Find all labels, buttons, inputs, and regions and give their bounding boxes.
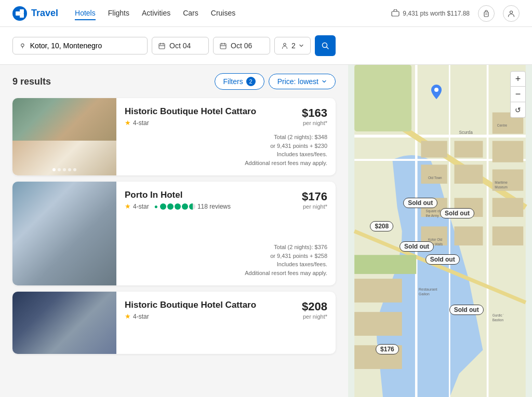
- hotel-name: Historic Boutique Hotel Cattaro: [125, 300, 256, 310]
- svg-point-7: [21, 44, 24, 46]
- hotel-price-block: $176 per night*: [302, 190, 327, 210]
- map-zoom-out[interactable]: −: [510, 87, 526, 102]
- total-price: Total (2 nights): $348: [125, 133, 327, 142]
- svg-text:Centre: Centre: [497, 124, 508, 127]
- map-label-208[interactable]: $208: [370, 221, 393, 231]
- resort-info: Additional resort fees may apply.: [125, 269, 327, 278]
- guests-selector[interactable]: 2: [274, 37, 311, 54]
- tripadvisor-logo: ●: [154, 203, 158, 210]
- map-label-sold3[interactable]: Sold out: [400, 241, 434, 252]
- hotel-name-block: Porto In Hotel ★ 4-star ●: [125, 190, 231, 210]
- map-reset[interactable]: ↺: [510, 102, 526, 118]
- hotel-stars: ★ 4-star: [125, 312, 256, 320]
- svg-text:Museum: Museum: [495, 185, 508, 189]
- results-actions: Filters 2 Price: lowest: [215, 73, 336, 90]
- hotel-card[interactable]: Historic Boutique Hotel Cattaro ★ 4-star…: [12, 292, 336, 354]
- resort-info: Additional resort fees may apply.: [125, 159, 327, 168]
- results-panel: 9 results Filters 2 Price: lowest: [0, 65, 348, 397]
- dot-1: [52, 168, 56, 171]
- map-label-sold4[interactable]: Sold out: [425, 254, 460, 265]
- checkin-input-wrap[interactable]: Oct 04: [152, 37, 209, 54]
- svg-rect-57: [354, 65, 411, 131]
- search-bar: Oct 04 Oct 06 2: [0, 27, 532, 65]
- svg-point-16: [284, 43, 286, 45]
- location-input[interactable]: [30, 42, 141, 50]
- map-panel[interactable]: Scurda Old Town Centre Maritime Museum S…: [348, 65, 532, 397]
- hotel-images: [12, 98, 116, 175]
- svg-rect-30: [454, 165, 483, 184]
- points-option: or 9,431 points + $258: [125, 252, 327, 261]
- map-label-sold2[interactable]: Sold out: [440, 208, 474, 218]
- svg-text:Bastion: Bastion: [493, 318, 504, 322]
- sort-button[interactable]: Price: lowest: [269, 74, 336, 89]
- filter-button[interactable]: Filters 2: [215, 73, 264, 90]
- hotel-name-block: Historic Boutique Hotel Cattaro ★ 4-star: [125, 106, 256, 127]
- nav-activities[interactable]: Activities: [142, 7, 170, 20]
- luggage-button[interactable]: [478, 5, 495, 22]
- nav-cars[interactable]: Cars: [183, 7, 198, 20]
- review-count: 118 reviews: [197, 203, 231, 210]
- map-zoom-in[interactable]: +: [510, 71, 526, 87]
- svg-rect-36: [493, 198, 524, 217]
- map-container[interactable]: Scurda Old Town Centre Maritime Museum S…: [348, 65, 532, 397]
- guests-icon: [281, 42, 288, 49]
- calendar-checkout-icon: [220, 43, 227, 49]
- hotel-image-top: [12, 98, 116, 141]
- hotel-card[interactable]: Historic Boutique Hotel Cattaro ★ 4-star…: [12, 98, 336, 175]
- svg-rect-27: [421, 141, 447, 158]
- price-label: per night*: [302, 203, 327, 210]
- nav-cruises[interactable]: Cruises: [211, 7, 235, 20]
- nav-flights[interactable]: Flights: [108, 7, 129, 20]
- search-button[interactable]: [315, 35, 336, 56]
- svg-rect-38: [454, 226, 483, 245]
- results-header: 9 results Filters 2 Price: lowest: [12, 73, 336, 90]
- nav-hotels[interactable]: Hotels: [75, 7, 96, 20]
- hotel-image: [12, 182, 116, 285]
- location-input-wrap[interactable]: [12, 37, 148, 54]
- svg-line-18: [326, 47, 328, 49]
- logo-icon: [12, 6, 27, 21]
- hotel-bottom: Total (2 nights): $348 or 9,431 points +…: [125, 133, 327, 167]
- hotel-name: Historic Boutique Hotel Cattaro: [125, 106, 256, 117]
- checkout-input-wrap[interactable]: Oct 06: [213, 37, 270, 54]
- map-label-176[interactable]: $176: [376, 344, 399, 354]
- price-label: per night*: [302, 120, 327, 126]
- user-button[interactable]: [503, 5, 520, 22]
- filter-count: 2: [246, 77, 256, 86]
- location-pin-icon: [431, 85, 442, 99]
- hotel-card[interactable]: Porto In Hotel ★ 4-star ●: [12, 182, 336, 285]
- map-label-sold1[interactable]: Sold out: [403, 198, 437, 208]
- hotel-info: Historic Boutique Hotel Cattaro ★ 4-star…: [116, 292, 336, 354]
- logo-text: Travel: [31, 8, 58, 19]
- results-count: 9 results: [12, 76, 51, 87]
- logo[interactable]: Travel: [12, 6, 58, 21]
- hotel-images: [12, 292, 116, 354]
- svg-rect-39: [493, 226, 524, 245]
- svg-rect-28: [454, 141, 483, 158]
- price-label: per night*: [302, 313, 327, 320]
- checkin-date: Oct 04: [169, 42, 191, 50]
- sort-label: Price: lowest: [277, 77, 318, 86]
- header-left: Travel Hotels Flights Activities Cars Cr…: [12, 6, 235, 21]
- svg-text:Kotor Old: Kotor Old: [428, 238, 442, 241]
- dot-4: [68, 168, 71, 171]
- sort-chevron-icon: [322, 79, 327, 84]
- points-icon: [391, 9, 400, 18]
- hotel-top: Historic Boutique Hotel Cattaro ★ 4-star…: [125, 300, 327, 320]
- hotel-stars: ★ 4-star: [125, 119, 256, 127]
- star-label: 4-star: [133, 203, 149, 210]
- svg-rect-2: [20, 13, 24, 18]
- svg-rect-41: [354, 312, 402, 336]
- rdot-3: [175, 203, 181, 210]
- points-text: 9,431 pts worth $117.88: [403, 10, 470, 17]
- total-price: Total (2 nights): $376: [125, 243, 327, 252]
- svg-text:Restaurant: Restaurant: [419, 287, 437, 292]
- points-badge: 9,431 pts worth $117.88: [391, 9, 470, 18]
- map-pin: [431, 85, 442, 101]
- main-content: 9 results Filters 2 Price: lowest: [0, 65, 532, 397]
- hotel-price-block: $163 per night*: [302, 106, 327, 126]
- header: Travel Hotels Flights Activities Cars Cr…: [0, 0, 532, 27]
- svg-text:Old Town: Old Town: [428, 176, 442, 180]
- map-label-sold5[interactable]: Sold out: [449, 305, 484, 315]
- dot-3: [63, 168, 66, 171]
